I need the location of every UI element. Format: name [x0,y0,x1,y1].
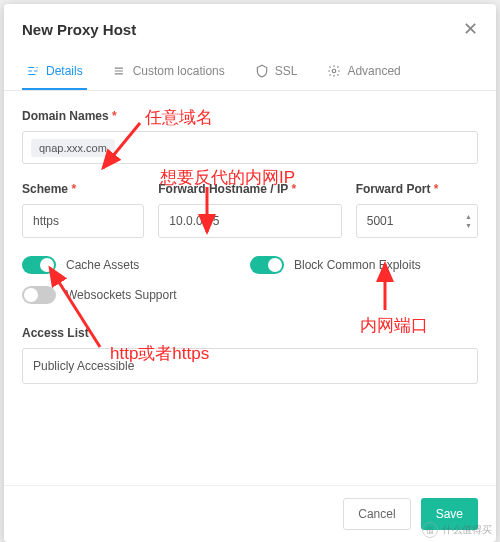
websockets-label: Websockets Support [66,288,177,302]
sliders-icon [26,64,40,78]
proxy-host-modal: New Proxy Host ✕ Details Custom location… [4,4,496,542]
close-button[interactable]: ✕ [463,18,478,40]
domain-chip[interactable]: qnap.xxx.com [31,139,115,157]
modal-title: New Proxy Host [22,21,136,38]
cache-assets-toggle[interactable] [22,256,56,274]
tab-ssl[interactable]: SSL [251,54,302,90]
modal-header: New Proxy Host ✕ [4,4,496,54]
cancel-button[interactable]: Cancel [343,498,410,530]
scheme-label: Scheme * [22,182,144,196]
tab-details[interactable]: Details [22,54,87,90]
hostname-input[interactable] [158,204,341,238]
domain-names-label: Domain Names * [22,109,478,123]
cache-assets-label: Cache Assets [66,258,139,272]
form-body: Domain Names * qnap.xxx.com Scheme * For… [4,91,496,485]
access-list-label: Access List [22,326,478,340]
tab-custom-label: Custom locations [133,64,225,78]
domain-names-input[interactable]: qnap.xxx.com [22,131,478,164]
gear-icon [327,64,341,78]
watermark-icon: 值 [422,522,438,538]
block-exploits-toggle[interactable] [250,256,284,274]
access-list-select[interactable]: Publicly Accessible [22,348,478,384]
hostname-label: Forward Hostname / IP * [158,182,341,196]
watermark-text: 什么值得买 [442,523,492,537]
tab-advanced-label: Advanced [347,64,400,78]
svg-point-0 [333,69,337,73]
watermark: 值 什么值得买 [422,522,492,538]
port-input[interactable] [356,204,478,238]
block-exploits-label: Block Common Exploits [294,258,421,272]
close-icon: ✕ [463,19,478,39]
scheme-select[interactable] [22,204,144,238]
tab-details-label: Details [46,64,83,78]
shield-icon [255,64,269,78]
websockets-toggle[interactable] [22,286,56,304]
number-spinner[interactable]: ▲▼ [465,213,472,229]
tab-custom-locations[interactable]: Custom locations [109,54,229,90]
tab-bar: Details Custom locations SSL Advanced [4,54,496,91]
tab-advanced[interactable]: Advanced [323,54,404,90]
layers-icon [113,64,127,78]
tab-ssl-label: SSL [275,64,298,78]
port-label: Forward Port * [356,182,478,196]
